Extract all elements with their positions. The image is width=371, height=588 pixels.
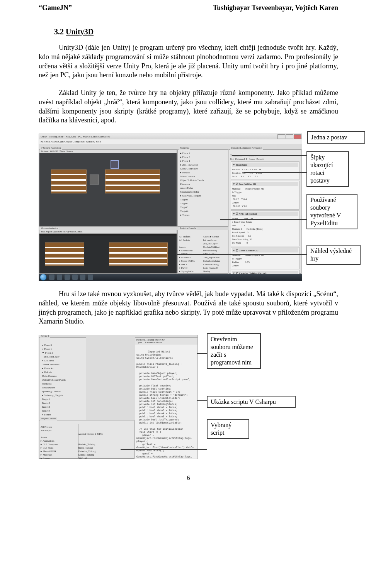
game-panel[interactable]: Game ▸ Animator Free Aspect Maximize on … — [39, 230, 177, 274]
field-row[interactable]: Material None (Physics Ma — [232, 187, 298, 190]
project-panel[interactable]: Project ▸ Console All Prefabs All Script… — [177, 230, 228, 274]
game-tab[interactable]: Game ▸ Animator — [40, 227, 59, 230]
transform-scale[interactable]: Scale X 1 Y 1 Z 1 — [232, 175, 298, 178]
taskbar-icon[interactable] — [88, 275, 93, 280]
taskbar-icon[interactable] — [72, 275, 78, 280]
transform-position[interactable]: Position X 2.4023 Y 45.134 — [232, 168, 298, 171]
hierarchy-create[interactable]: Create ▾ — [40, 335, 50, 338]
hierarchy-panel-2[interactable]: Create ▾ ▸ Floor 0 ▸ Floor 1 ▼ Floor 2 2… — [39, 337, 86, 422]
scene-viewport[interactable] — [39, 153, 177, 226]
scene-object[interactable] — [51, 169, 87, 193]
field-row[interactable]: ▸ Patrol Way Points — [232, 220, 298, 224]
inspector-box-collider[interactable]: ▼ ☑ Box Collider 2D Material None (Physi… — [231, 181, 300, 210]
field-row[interactable]: Patrol Speed 3 — [232, 230, 298, 234]
taskbar-icon[interactable] — [57, 275, 62, 280]
header-right: Tushigbayar Tseveenbayar, Vojtěch Karen — [213, 4, 338, 12]
hierarchy-panel[interactable]: Hierarchy ▸ Floor 2 ▸ Floor 0 ▸ Floor 1 … — [177, 149, 228, 227]
inspector-npc-ai[interactable]: ▼ ☑ NPC_AI (Script) Script NPC_AI ▸ Patr… — [231, 210, 300, 246]
callout-label-csharp: Ukázka scriptu V Csharpu — [207, 396, 296, 408]
field-row[interactable]: Element 0 Kadecka (Trans) — [232, 227, 298, 230]
inspector-tab[interactable]: Inspector Lightmappi Navigation — [230, 146, 263, 150]
project-tab[interactable]: Project ▸ Console — [179, 227, 197, 230]
scene-tab[interactable]: # Scene ▸ Animation — [40, 146, 62, 150]
callout-label-character: Jedna z postav — [307, 131, 365, 144]
field-row[interactable]: Dir Num 0 — [232, 241, 298, 244]
callout-line — [220, 219, 306, 220]
figure-1: Unity - loading.unity - Hra_GJN - PC, Ma… — [39, 134, 338, 281]
inspector-tag-row[interactable]: Tag Untagged ▾ Layer Default — [230, 157, 300, 161]
scene-object[interactable] — [90, 175, 99, 185]
project-panel-2[interactable]: Project Console All Prefabs All Scripts … — [39, 420, 134, 459]
field-row[interactable]: X 0.7 Y 0.4 — [232, 197, 298, 201]
callout-line — [197, 400, 207, 401]
field-row[interactable]: Center — [232, 264, 298, 267]
project-script-list[interactable]: Bludska_Talking Bures_Talking Kadecka_Ta… — [78, 442, 133, 459]
component-title[interactable]: ▼ ☑ Circle Collider 2D — [232, 248, 298, 252]
page-number: 6 — [39, 474, 338, 481]
callout-label-files: Používané soubory vytvořené V PyxelEditu — [306, 194, 357, 229]
field-row[interactable]: Size — [232, 194, 298, 197]
scene-object[interactable] — [105, 169, 160, 193]
header-left: “GameJN” — [39, 4, 72, 12]
callout-label-open: Otevřením souboru můžeme začít s program… — [207, 333, 261, 369]
callout-line — [177, 254, 306, 255]
callout-label-arrows: Šipky ukazující rotaci postavy — [306, 151, 349, 187]
windows-taskbar[interactable] — [39, 274, 302, 281]
hierarchy-items-2[interactable]: ▸ Floor 0 ▸ Floor 1 ▼ Floor 2 2nd_oneLay… — [39, 342, 86, 417]
paragraph-1: Unity3D (dále jen Unity) je program urče… — [39, 43, 338, 80]
field-row[interactable]: Is Trigger — [232, 190, 298, 194]
project-tree[interactable]: All Prefabs All Scripts Assets ▸ Animati… — [178, 234, 203, 273]
xamarin-screenshot: Create ▾ ▸ Floor 0 ▸ Floor 1 ▼ Floor 2 2… — [39, 335, 198, 459]
field-row[interactable]: Radius 0.75 — [232, 260, 298, 264]
game-viewport — [39, 236, 177, 273]
scene-panel[interactable]: # Scene ▸ Animation Textured RGB 2D Effe… — [39, 149, 177, 227]
game-object — [109, 242, 168, 266]
game-toolbar[interactable]: Free Aspect Maximize on Play Stats Gizmo… — [39, 230, 177, 234]
paragraph-2: Základ Unity je ten, že tvůrce hry na ob… — [39, 88, 338, 125]
window-title: Unity - loading.unity - Hra_GJN - PC, Ma… — [41, 135, 110, 138]
start-button-icon[interactable] — [40, 274, 47, 281]
window-controls[interactable] — [277, 134, 301, 139]
field-row[interactable]: Size 1 — [232, 224, 298, 227]
window-titlebar: Unity - loading.unity - Hra_GJN - PC, Ma… — [39, 134, 302, 140]
component-title[interactable]: ▼ Transform — [232, 163, 298, 167]
project-path: Assets ▸ Scripts ▸ NPCs — [78, 432, 133, 435]
project-assets[interactable]: Assets ▸ Sprites 1st_oneLayer 2nd_oneLay… — [202, 234, 228, 273]
section-name: Unity3D — [66, 27, 94, 36]
script-source-text: Imported Object using UnityEngine; using… — [136, 350, 194, 459]
taskbar-icon[interactable] — [49, 275, 54, 280]
project-tree-2[interactable]: All Prefabs All Scripts Assets ▸ Animati… — [39, 424, 79, 458]
field-row[interactable]: Turn Smoothing 50 — [232, 237, 298, 241]
project-tab-2[interactable]: Project Console — [40, 417, 57, 420]
maximize-icon[interactable] — [286, 134, 293, 139]
component-title[interactable]: ▼ ☑ Box Collider 2D — [232, 182, 298, 186]
inspector-circle-collider[interactable]: ▼ ☑ Circle Collider 2D Material None (Ph… — [231, 247, 300, 269]
field-row[interactable]: X 0.05 Y 0.1 — [232, 204, 298, 208]
scene-toolbar[interactable]: Textured RGB 2D Effects Gizmos — [39, 150, 177, 153]
callout-line — [243, 172, 306, 173]
minimize-icon[interactable] — [277, 134, 285, 139]
section-title: 3.2 Unity3D — [54, 27, 338, 36]
hierarchy-tab[interactable]: Hierarchy — [179, 146, 190, 150]
script-source-panel[interactable]: Plaskova_Talking Import Se Open... Execu… — [135, 337, 198, 459]
inspector-panel[interactable]: Inspector Lightmappi Navigation ☑ Kadeck… — [229, 149, 301, 274]
taskbar-icon[interactable] — [80, 275, 85, 280]
field-row[interactable]: Center — [232, 201, 298, 204]
script-import-header[interactable]: Plaskova_Talking Import Se Open... Execu… — [135, 338, 198, 344]
hierarchy-items[interactable]: ▸ Floor 2 ▸ Floor 0 ▸ Floor 1 ▸ 2nd_oneL… — [178, 150, 228, 217]
close-icon[interactable] — [294, 134, 301, 139]
callout-line — [197, 353, 207, 354]
taskbar-icon[interactable] — [65, 275, 70, 280]
callout-line — [232, 155, 307, 156]
field-row[interactable]: Is Trigger — [232, 257, 298, 260]
component-title[interactable]: ▼ ☑ NPC_AI (Script) — [232, 212, 298, 216]
callout-line — [121, 449, 207, 450]
game-object — [45, 242, 84, 266]
field-row[interactable]: Pos Smooth 0.5 — [232, 234, 298, 237]
selected-character[interactable] — [111, 160, 119, 169]
inspector-transform[interactable]: ▼ Transform Position X 2.4023 Y 45.134 R… — [231, 161, 300, 180]
project-assets-2[interactable]: Assets ▸ Scripts ▸ NPCs Bludska_Talking … — [77, 424, 134, 458]
callout-label-selected: Vybraný script — [207, 419, 249, 439]
paragraph-3: Hru si lze také rovnou vyzkoušet, aby tv… — [39, 290, 338, 326]
figure-2: Create ▾ ▸ Floor 0 ▸ Floor 1 ▼ Floor 2 2… — [39, 335, 338, 459]
